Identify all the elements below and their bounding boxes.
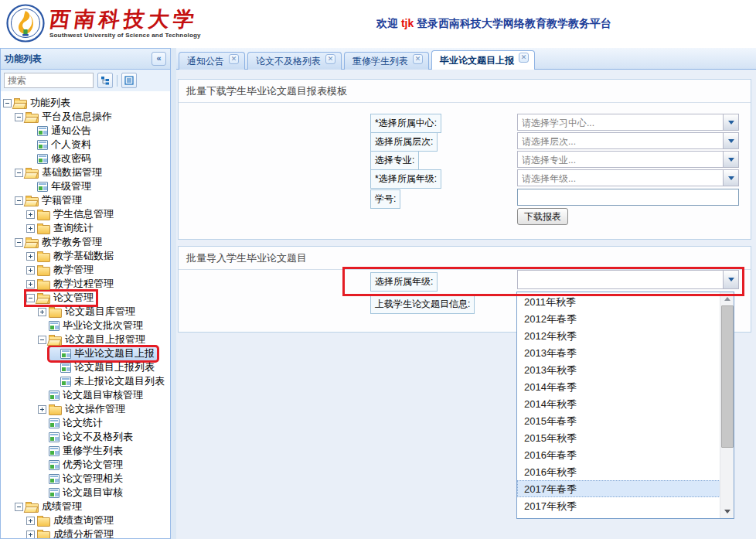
import-grade-combobox[interactable] xyxy=(517,270,739,289)
tree-row[interactable]: 优秀论文管理 xyxy=(1,458,170,472)
tab-close-icon[interactable]: ✕ xyxy=(519,53,529,63)
tree-toggle-icon[interactable] xyxy=(26,294,35,302)
tree-row[interactable]: 成绩查询管理 xyxy=(1,513,170,527)
tree-node-label[interactable]: 毕业论文批次管理 xyxy=(63,319,143,333)
tree-node-label[interactable]: 功能列表 xyxy=(30,96,70,110)
chevron-down-icon[interactable] xyxy=(723,271,738,288)
tab-close-icon[interactable]: ✕ xyxy=(413,54,423,64)
student-id-input[interactable] xyxy=(517,189,739,206)
chevron-down-icon[interactable] xyxy=(723,114,738,130)
tree-row[interactable]: 毕业论文批次管理 xyxy=(1,319,170,333)
tree-toggle-icon[interactable] xyxy=(15,113,23,121)
dropdown-option[interactable]: 2018年春季 xyxy=(517,514,720,519)
tree-node-label[interactable]: 查询统计 xyxy=(53,221,94,235)
tree-node-label[interactable]: 论文题目上报管理 xyxy=(65,333,145,346)
search-input[interactable] xyxy=(4,73,94,88)
tree-row[interactable]: 论文统计 xyxy=(1,416,170,430)
tree-toggle-icon[interactable] xyxy=(26,266,35,275)
scroll-down-arrow-icon[interactable] xyxy=(720,506,734,517)
tree-toggle-icon[interactable] xyxy=(3,99,12,107)
chevron-down-icon[interactable] xyxy=(723,133,738,148)
panel-splitter[interactable] xyxy=(171,48,176,539)
tree-row[interactable]: 论文管理相关 xyxy=(1,472,170,486)
dropdown-option[interactable]: 2015年春季 xyxy=(517,412,720,429)
tree-toggle-icon[interactable] xyxy=(26,252,35,261)
tree-node-label[interactable]: 论文管理相关 xyxy=(63,472,123,486)
tree-row[interactable]: 教学管理 xyxy=(1,263,170,277)
tree-node-label[interactable]: 教学过程管理 xyxy=(53,277,114,291)
scrollbar-thumb[interactable] xyxy=(721,305,734,448)
tree-row[interactable]: 个人资料 xyxy=(1,138,170,152)
dropdown-option[interactable]: 2015年秋季 xyxy=(517,429,720,446)
center-select-combobox[interactable]: 请选择学习中心... xyxy=(517,114,739,131)
tree-row[interactable]: 学籍管理 xyxy=(1,193,170,207)
tree-node-label[interactable]: 毕业论文题目上报 xyxy=(74,346,155,360)
tree-row[interactable]: 成绩分析管理 xyxy=(1,527,170,538)
tree-node-label[interactable]: 成绩管理 xyxy=(42,500,82,513)
tab-close-icon[interactable]: ✕ xyxy=(325,54,335,64)
tree-row[interactable]: 论文题目上报列表 xyxy=(1,360,170,374)
tree-node-label[interactable]: 修改密码 xyxy=(51,152,91,165)
tree-row[interactable]: 论文题目审核 xyxy=(1,486,170,500)
dropdown-option[interactable]: 2011年秋季 xyxy=(517,293,720,310)
tree-row[interactable]: 论文题目上报管理 xyxy=(1,333,170,346)
tree-node-label[interactable]: 重修学生列表 xyxy=(63,444,123,458)
tree-toggle-icon[interactable] xyxy=(26,280,35,288)
tree-node-label[interactable]: 个人资料 xyxy=(51,138,91,152)
tab[interactable]: 通知公告 ✕ xyxy=(179,52,245,70)
dropdown-option[interactable]: 2017年春季 xyxy=(517,480,720,497)
tree-row[interactable]: 毕业论文题目上报 xyxy=(1,346,170,360)
tree-toggle-icon[interactable] xyxy=(26,530,35,539)
tree-node-label[interactable]: 学籍管理 xyxy=(42,193,82,207)
chevron-down-icon[interactable] xyxy=(723,170,738,186)
tab[interactable]: 论文不及格列表 ✕ xyxy=(247,52,342,70)
tree-node-label[interactable]: 未上报论文题目列表 xyxy=(74,374,165,388)
tree-toggle-icon[interactable] xyxy=(26,210,35,219)
dropdown-option[interactable]: 2013年春季 xyxy=(517,344,720,361)
tree-toggle-icon[interactable] xyxy=(15,196,23,205)
tree-node-label[interactable]: 基础数据管理 xyxy=(42,165,102,179)
tree-toggle-icon[interactable] xyxy=(26,224,35,233)
tree-row[interactable]: 论文不及格列表 xyxy=(1,430,170,444)
tree-toggle-icon[interactable] xyxy=(38,336,46,344)
major-select-combobox[interactable]: 请选择专业... xyxy=(517,151,739,168)
sidebar-collapse-button[interactable]: « xyxy=(152,52,166,66)
tree-row[interactable]: 论文题目库管理 xyxy=(1,305,170,319)
tree-node-label[interactable]: 论文统计 xyxy=(63,416,103,430)
tree-node-label[interactable]: 成绩分析管理 xyxy=(53,527,114,538)
level-select-combobox[interactable]: 请选择层次... xyxy=(517,132,739,149)
tree-toggle-icon[interactable] xyxy=(38,405,46,414)
dropdown-option[interactable]: 2012年秋季 xyxy=(517,327,720,344)
dropdown-option[interactable]: 2012年春季 xyxy=(517,310,720,327)
tree-row[interactable]: 功能列表 xyxy=(1,96,170,110)
tree-row[interactable]: 论文操作管理 xyxy=(1,402,170,416)
tree-row[interactable]: 查询统计 xyxy=(1,221,170,235)
tree-node-label[interactable]: 教学管理 xyxy=(53,263,94,277)
tree-row[interactable]: 论文题目审核管理 xyxy=(1,388,170,402)
tree-row[interactable]: 教学教务管理 xyxy=(1,235,170,249)
collapse-all-button[interactable] xyxy=(121,73,137,88)
tab-close-icon[interactable]: ✕ xyxy=(229,54,239,64)
download-report-button[interactable]: 下载报表 xyxy=(517,208,568,225)
tree-toggle-icon[interactable] xyxy=(15,238,23,247)
tree-row[interactable]: 修改密码 xyxy=(1,152,170,165)
tree-node-label[interactable]: 论文题目库管理 xyxy=(65,305,135,319)
tree-row[interactable]: 学生信息管理 xyxy=(1,207,170,221)
tree-toggle-icon[interactable] xyxy=(38,308,46,316)
dropdown-option[interactable]: 2013年秋季 xyxy=(517,361,720,378)
tree-node-label[interactable]: 论文操作管理 xyxy=(65,402,125,416)
tree-row[interactable]: 教学过程管理 xyxy=(1,277,170,291)
tree-row[interactable]: 平台及信息操作 xyxy=(1,110,170,124)
chevron-down-icon[interactable] xyxy=(723,152,738,167)
tree-row[interactable]: 基础数据管理 xyxy=(1,165,170,179)
tree-node-label[interactable]: 论文不及格列表 xyxy=(63,430,133,444)
dropdown-scrollbar[interactable] xyxy=(720,292,734,518)
tree-node-label[interactable]: 论文题目上报列表 xyxy=(74,360,155,374)
tree-node-label[interactable]: 通知公告 xyxy=(51,124,91,138)
tab[interactable]: 重修学生列表 ✕ xyxy=(344,52,429,70)
tree-row[interactable]: 成绩管理 xyxy=(1,500,170,513)
tree-node-label[interactable]: 学生信息管理 xyxy=(53,207,114,221)
tree-row[interactable]: 论文管理 xyxy=(1,291,170,305)
tree-row[interactable]: 年级管理 xyxy=(1,179,170,193)
dropdown-option[interactable]: 2016年春季 xyxy=(517,446,720,463)
